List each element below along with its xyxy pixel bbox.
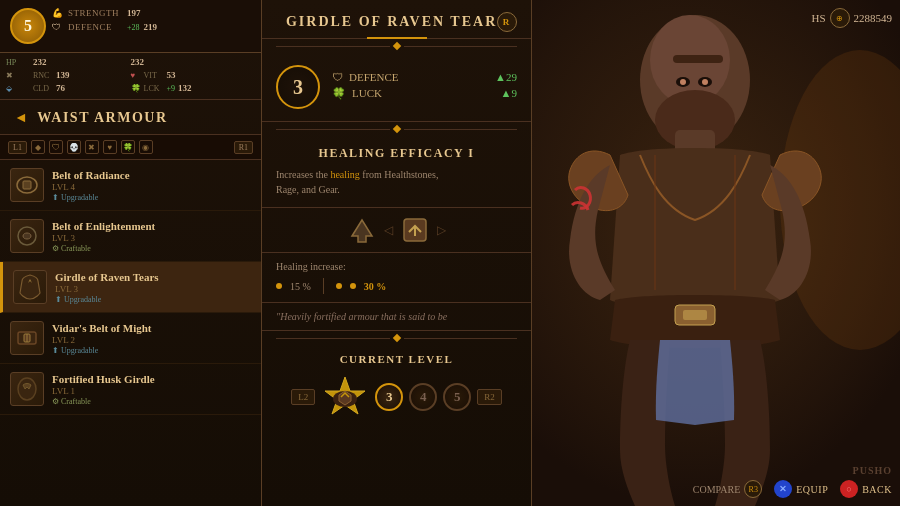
forge-icon: [321, 373, 369, 421]
r-badge: R: [497, 12, 517, 32]
armor-info: Girdle of Raven Tears LVL 3 ⬆ Upgradable: [55, 271, 251, 304]
compare-button[interactable]: COMPARE R3: [693, 480, 762, 498]
vidar-belt-icon: [15, 324, 39, 352]
luck-bonus-value: ▲9: [501, 87, 517, 99]
armor-level: LVL 2: [52, 335, 251, 345]
armor-status: ⬆ Upgradable: [52, 193, 251, 202]
armor-name: Vidar's Belt of Might: [52, 322, 251, 334]
title-divider: [262, 43, 531, 49]
perk-highlight-text: healing: [330, 169, 359, 180]
armor-status: ⚙ Craftable: [52, 244, 251, 253]
l1-badge[interactable]: L1: [8, 141, 27, 154]
list-item[interactable]: Vidar's Belt of Might LVL 2 ⬆ Upgradable: [0, 313, 261, 364]
strength-value: 197: [127, 8, 141, 18]
stats-col-left: HP 232 ✖ RNC 139 ⬙ CLD 76: [6, 57, 131, 93]
filter-icon-skull[interactable]: 💀: [67, 140, 81, 154]
heal-value1: 15 %: [290, 281, 311, 292]
section-title-text: WAIST ARMOUR: [37, 110, 167, 126]
luck-bonus-icon: 🍀: [332, 87, 346, 100]
perk-desc-text3: Rage, and Gear.: [276, 184, 340, 195]
nav-left-arrow[interactable]: ◄: [14, 110, 29, 126]
detail-panel: GIRDLE OF RAVEN TEARS R 3 🛡 DEFENCE ▲29 …: [262, 0, 532, 506]
belt-radiance-icon: [15, 171, 39, 199]
armor-info: Fortified Husk Girdle LVL 1 ⚙ Craftable: [52, 373, 251, 406]
back-label: BACK: [862, 484, 892, 495]
armor-name: Belt of Radiance: [52, 169, 251, 181]
stats-col-right: 232 ♥ VIT 53 🍀 LCK +9 132: [131, 57, 256, 93]
svg-rect-14: [23, 181, 31, 189]
list-item[interactable]: Belt of Enlightenment LVL 3 ⚙ Craftable: [0, 211, 261, 262]
quote-divider: [262, 335, 531, 341]
vit-stat: ♥ VIT 53: [131, 70, 256, 80]
stats-header: 5 💪 STRENGTH 197 🛡 DEFENCE +28 219: [0, 0, 261, 53]
level-node-5[interactable]: 5: [443, 383, 471, 411]
pusho-logo: PUSHO: [853, 465, 892, 476]
r1-badge[interactable]: R1: [234, 141, 253, 154]
filter-icon-heart[interactable]: ♥: [103, 140, 117, 154]
strength-label: STRENGTH: [68, 8, 123, 18]
hs-display: HS ⊕ 2288549: [811, 8, 892, 28]
cld-value: 76: [56, 83, 65, 93]
vit-label: VIT: [144, 71, 164, 80]
svg-point-12: [702, 79, 708, 85]
hp-label: HP: [6, 58, 30, 67]
compare-label: COMPARE: [693, 484, 740, 495]
armor-info: Vidar's Belt of Might LVL 2 ⬆ Upgradable: [52, 322, 251, 355]
armor-info: Belt of Radiance LVL 4 ⬆ Upgradable: [52, 169, 251, 202]
lck-stat: 🍀 LCK +9 132: [131, 83, 256, 93]
armor-thumbnail: [10, 219, 44, 253]
defence-bonus: +28: [127, 23, 140, 32]
perk-desc-text2: from Healthstones,: [360, 169, 439, 180]
armor-list: Belt of Radiance LVL 4 ⬆ Upgradable Belt…: [0, 160, 261, 415]
filter-icon-diamond[interactable]: ◆: [31, 140, 45, 154]
filter-icon-x[interactable]: ✖: [85, 140, 99, 154]
list-item[interactable]: Fortified Husk Girdle LVL 1 ⚙ Craftable: [0, 364, 261, 415]
back-button[interactable]: ○ BACK: [840, 480, 892, 498]
perk-description: Increases the healing from Healthstones,…: [276, 167, 517, 197]
l2-button[interactable]: L2: [291, 389, 315, 405]
stats-divider: [262, 126, 531, 132]
section-title: ◄ WAIST ARMOUR: [0, 100, 261, 135]
filter-bar: L1 ◆ 🛡 💀 ✖ ♥ 🍀 ◉ R1: [0, 135, 261, 160]
o-button-icon: ○: [840, 480, 858, 498]
defence-bonus-value: ▲29: [495, 71, 517, 83]
item-stats-area: 3 🛡 DEFENCE ▲29 🍀 LUCK ▲9: [262, 53, 531, 122]
heal-section: Healing increase: 15 % 30 %: [262, 253, 531, 303]
divider-diamond: [392, 42, 400, 50]
filter-icon-shield[interactable]: 🛡: [49, 140, 63, 154]
armor-level: LVL 1: [52, 386, 251, 396]
strength-icon: 💪: [52, 8, 64, 18]
cld-icon: ⬙: [6, 84, 30, 93]
svg-rect-8: [673, 55, 723, 63]
armor-thumbnail: [10, 321, 44, 355]
left-panel: 5 💪 STRENGTH 197 🛡 DEFENCE +28 219 HP 23…: [0, 0, 262, 506]
perk-section: HEALING EFFICACY I Increases the healing…: [262, 136, 531, 208]
heal-label: Healing increase:: [276, 261, 517, 272]
filter-icon-leaf[interactable]: 🍀: [121, 140, 135, 154]
vit-icon: ♥: [131, 71, 141, 80]
r2-button[interactable]: R2: [477, 389, 502, 405]
defence-bonus-label: DEFENCE: [349, 71, 399, 83]
armor-name: Fortified Husk Girdle: [52, 373, 251, 385]
level-node-3[interactable]: 3: [375, 383, 403, 411]
upgrade-arrow-2: ▷: [437, 223, 446, 238]
filter-icon-circle[interactable]: ◉: [139, 140, 153, 154]
fortified-husk-icon: [15, 375, 39, 403]
level-selector: L2 3 4 5 R2: [276, 373, 517, 421]
hs-label: HS: [811, 12, 825, 24]
armor-status: ⬆ Upgradable: [52, 346, 251, 355]
level-node-4[interactable]: 4: [409, 383, 437, 411]
list-item[interactable]: Girdle of Raven Tears LVL 3 ⬆ Upgradable: [0, 262, 261, 313]
heal-bars: 15 % 30 %: [276, 278, 517, 294]
armor-name: Girdle of Raven Tears: [55, 271, 251, 283]
current-level-section: CURRENT LEVEL L2 3 4 5 R2: [262, 345, 531, 429]
kratos-silhouette: [480, 0, 900, 506]
armor-level: LVL 3: [52, 233, 251, 243]
equip-button[interactable]: ✕ EQUIP: [774, 480, 828, 498]
lck-bonus: +9: [167, 84, 176, 93]
hs-icon: ⊕: [830, 8, 850, 28]
list-item[interactable]: Belt of Radiance LVL 4 ⬆ Upgradable: [0, 160, 261, 211]
armor-thumbnail: [10, 372, 44, 406]
armor-thumbnail: [10, 168, 44, 202]
luck-bonus-row: 🍀 LUCK ▲9: [332, 87, 517, 100]
